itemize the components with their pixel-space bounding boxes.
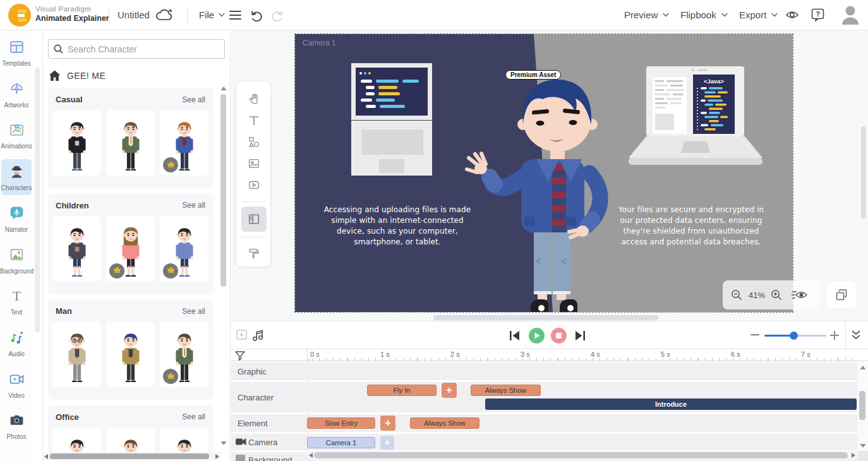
audio-track-button[interactable] bbox=[252, 328, 263, 342]
canvas-vertical-scrollbar[interactable] bbox=[861, 126, 866, 219]
character-thumbnail[interactable] bbox=[160, 110, 208, 176]
timeline-bar-introduce[interactable]: Introduce bbox=[485, 398, 857, 410]
panel-scroll-down-icon[interactable] bbox=[220, 441, 227, 446]
character-thumbnail[interactable] bbox=[106, 110, 155, 176]
see-all-link[interactable]: See all bbox=[182, 412, 205, 421]
file-menu[interactable]: File bbox=[199, 9, 225, 20]
panel-layout-button[interactable] bbox=[241, 207, 267, 232]
characters-icon bbox=[9, 164, 25, 179]
sidebar-item-label: Photos bbox=[0, 433, 33, 440]
crown-icon bbox=[167, 372, 175, 379]
pan-tool-button[interactable] bbox=[241, 90, 267, 108]
image-tool-button[interactable] bbox=[241, 155, 267, 172]
character-thumbnail[interactable] bbox=[52, 321, 101, 387]
document-title[interactable]: Untitled bbox=[118, 9, 150, 20]
character-thumbnail[interactable] bbox=[160, 428, 208, 453]
see-all-link[interactable]: See all bbox=[182, 95, 205, 104]
timeline-bar-fly-in[interactable]: Fly In bbox=[367, 385, 437, 396]
character-sections: CasualSee allChildrenSee allManSee allOf… bbox=[43, 85, 220, 452]
timeline-bar-slow-entry[interactable]: Slow Entry bbox=[307, 417, 375, 429]
sidebar-item-video[interactable]: Video bbox=[0, 371, 33, 399]
zoom-out-button[interactable] bbox=[731, 289, 743, 301]
file-menu-label: File bbox=[199, 9, 214, 20]
track-row-graphic[interactable] bbox=[231, 362, 857, 380]
timeline-ruler[interactable]: 0 s 1 s 2 s 3 s 4 s 5 s 6 s 7 s bbox=[231, 349, 868, 361]
timeline-bar-character-always-show[interactable]: Always Show bbox=[471, 385, 541, 396]
sidebar-item-text[interactable]: TText bbox=[0, 288, 33, 316]
flipbook-menu[interactable]: Flipbook bbox=[680, 9, 728, 20]
character-thumbnail[interactable] bbox=[52, 428, 101, 453]
sidebar-item-characters[interactable]: Characters bbox=[0, 164, 33, 191]
timeline-zoom-slider-handle[interactable] bbox=[790, 332, 798, 340]
premium-crown-badge bbox=[163, 157, 178, 172]
add-character-effect-button[interactable]: + bbox=[442, 383, 457, 398]
app-logo-icon bbox=[8, 3, 32, 27]
character-thumbnail[interactable] bbox=[52, 216, 101, 282]
zoom-in-button[interactable] bbox=[771, 289, 783, 301]
sidebar-item-background[interactable]: Background bbox=[0, 247, 33, 275]
sidebar-item-animations[interactable]: Animations bbox=[0, 122, 33, 150]
visibility-icon[interactable] bbox=[785, 9, 799, 23]
cloud-save-icon[interactable] bbox=[155, 8, 174, 25]
sidebar-item-photos[interactable]: Photos bbox=[0, 412, 33, 440]
section-title: Office bbox=[56, 412, 79, 422]
play-button[interactable] bbox=[529, 328, 545, 344]
character-thumbnail[interactable] bbox=[106, 216, 155, 282]
ruler-label: 1 s bbox=[380, 350, 390, 358]
timeline-bar-camera-1[interactable]: Camera 1 bbox=[307, 437, 375, 448]
hamburger-menu-icon[interactable] bbox=[229, 11, 241, 22]
timeline-bar-element-always-show[interactable]: Always Show bbox=[410, 417, 479, 429]
shapes-tool-button[interactable] bbox=[241, 133, 267, 151]
character-thumbnail[interactable] bbox=[106, 321, 155, 387]
sidebar-item-narrator[interactable]: Narrator bbox=[0, 205, 33, 233]
export-menu[interactable]: Export bbox=[739, 9, 778, 20]
add-element-effect-button[interactable]: + bbox=[380, 416, 395, 431]
character-thumbnail[interactable] bbox=[106, 428, 155, 453]
panel-vertical-scrollbar[interactable] bbox=[220, 94, 226, 287]
see-all-link[interactable]: See all bbox=[182, 307, 205, 316]
character-thumbnail[interactable] bbox=[52, 110, 101, 176]
paint-roller-button[interactable] bbox=[241, 244, 267, 262]
sidebar-item-audio[interactable]: Audio bbox=[0, 330, 33, 357]
help-icon[interactable]: ? bbox=[811, 8, 824, 25]
search-character-input[interactable] bbox=[68, 44, 219, 54]
see-all-link[interactable]: See all bbox=[182, 201, 205, 210]
animations-icon bbox=[9, 122, 25, 138]
collection-header[interactable]: GEE! ME bbox=[49, 68, 105, 83]
collapse-timeline-button[interactable] bbox=[851, 330, 861, 341]
preview-menu[interactable]: Preview bbox=[624, 9, 669, 20]
preview-menu-label: Preview bbox=[624, 9, 658, 20]
search-character-box[interactable] bbox=[48, 39, 225, 59]
undo-button[interactable] bbox=[250, 9, 263, 24]
skip-to-end-button[interactable] bbox=[575, 330, 586, 341]
right-caption[interactable]: Your files are secure and encrypted in o… bbox=[596, 205, 786, 248]
avatar[interactable] bbox=[840, 4, 860, 28]
redo-button[interactable] bbox=[270, 9, 284, 24]
duplicate-scene-button[interactable] bbox=[826, 280, 857, 309]
character-thumbnail[interactable] bbox=[160, 321, 208, 387]
add-camera-button[interactable]: + bbox=[380, 436, 394, 450]
brand-line-1: Visual Paradigm bbox=[35, 5, 109, 13]
stop-button[interactable] bbox=[551, 328, 567, 344]
timeline-horizontal-scrollbar[interactable] bbox=[307, 451, 857, 460]
canvas-area: <Java> bbox=[231, 30, 868, 321]
quick-preview-icon[interactable] bbox=[792, 289, 808, 301]
add-track-button[interactable] bbox=[236, 330, 247, 340]
left-caption[interactable]: Accessing and uploading files is made si… bbox=[303, 205, 492, 248]
skip-to-start-button[interactable] bbox=[509, 330, 520, 341]
sidebar-item-templates[interactable]: Templates bbox=[0, 39, 33, 67]
slide-canvas[interactable]: <Java> bbox=[295, 34, 793, 312]
filter-tracks-icon[interactable] bbox=[235, 351, 245, 361]
canvas-horizontal-scrollbar[interactable] bbox=[433, 315, 658, 320]
sidebar-scrollbar[interactable] bbox=[35, 67, 40, 332]
text-tool-button[interactable] bbox=[241, 112, 267, 129]
panel-horizontal-scrollbar[interactable] bbox=[43, 452, 220, 460]
video-icon bbox=[9, 371, 25, 387]
video-tool-button[interactable] bbox=[241, 176, 267, 194]
timeline-zoom-in-button[interactable] bbox=[830, 331, 839, 340]
timeline-zoom-out-button[interactable] bbox=[750, 334, 759, 337]
panel-scroll-up-icon[interactable] bbox=[220, 86, 227, 91]
timeline-vertical-scrollbar[interactable] bbox=[857, 362, 868, 451]
character-thumbnail[interactable] bbox=[160, 216, 208, 282]
sidebar-item-artworks[interactable]: Artworks bbox=[0, 81, 33, 109]
